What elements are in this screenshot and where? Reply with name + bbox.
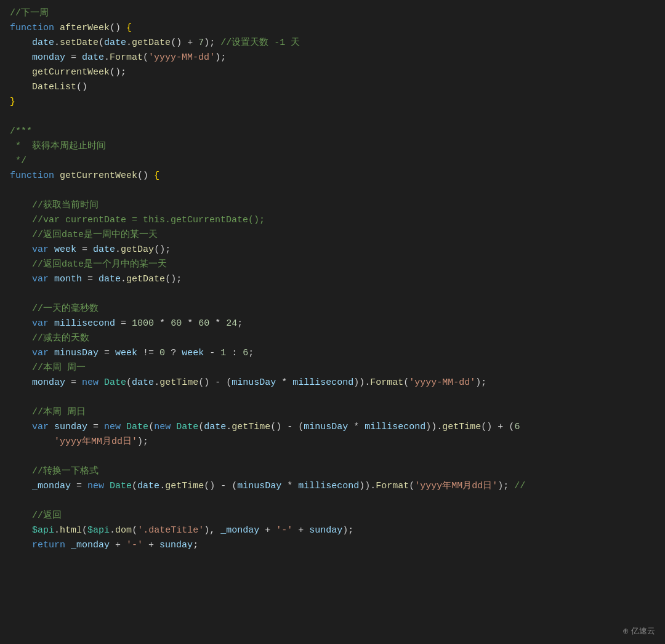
line-20 bbox=[0, 287, 665, 302]
line-8 bbox=[0, 110, 665, 124]
line-17: var week = date.getDay(); bbox=[0, 243, 665, 257]
line-10: * 获得本周起止时间 bbox=[0, 139, 665, 154]
line-12: function getCurrentWeek() { bbox=[0, 169, 665, 183]
line-32: //转换一下格式 bbox=[0, 464, 665, 479]
code-editor: //下一周 function afterWeek() { date.setDat… bbox=[0, 0, 665, 644]
line-15: //var currentDate = this.getCurrentDate(… bbox=[0, 213, 665, 228]
line-33: _monday = new Date(date.getTime() - (min… bbox=[0, 479, 665, 494]
line-18: //返回date是一个月中的某一天 bbox=[0, 257, 665, 272]
line-34 bbox=[0, 494, 665, 509]
line-11: */ bbox=[0, 154, 665, 169]
line-22: var millisecond = 1000 * 60 * 60 * 24; bbox=[0, 316, 665, 331]
line-30: 'yyyy年MM月dd日'); bbox=[0, 435, 665, 449]
line-21: //一天的毫秒数 bbox=[0, 302, 665, 316]
line-2: function afterWeek() { bbox=[0, 21, 665, 36]
line-1: //下一周 bbox=[0, 6, 665, 21]
line-5: getCurrentWeek(); bbox=[0, 65, 665, 80]
line-9: /*** bbox=[0, 124, 665, 139]
line-7: } bbox=[0, 95, 665, 110]
line-25: //本周 周一 bbox=[0, 361, 665, 376]
line-26: monday = new Date(date.getTime() - (minu… bbox=[0, 376, 665, 390]
line-19: var month = date.getDate(); bbox=[0, 272, 665, 287]
line-29: var sunday = new Date(new Date(date.getT… bbox=[0, 420, 665, 435]
line-28: //本周 周日 bbox=[0, 405, 665, 420]
line-16: //返回date是一周中的某一天 bbox=[0, 228, 665, 243]
line-35: //返回 bbox=[0, 509, 665, 523]
line-13 bbox=[0, 183, 665, 198]
watermark: ⊕ 亿速云 bbox=[623, 625, 655, 638]
watermark-icon: ⊕ bbox=[623, 626, 629, 635]
line-14: //获取当前时间 bbox=[0, 198, 665, 213]
line-4: monday = date.Format('yyyy-MM-dd'); bbox=[0, 50, 665, 65]
line-37: return _monday + '-' + sunday; bbox=[0, 538, 665, 553]
line-24: var minusDay = week != 0 ? week - 1 : 6; bbox=[0, 346, 665, 361]
line-31 bbox=[0, 449, 665, 464]
watermark-text: 亿速云 bbox=[631, 626, 655, 635]
line-23: //减去的天数 bbox=[0, 331, 665, 346]
line-6: DateList() bbox=[0, 80, 665, 95]
line-3: date.setDate(date.getDate() + 7); //设置天数… bbox=[0, 36, 665, 50]
line-36: $api.html($api.dom('.dateTitle'), _monda… bbox=[0, 523, 665, 538]
line-27 bbox=[0, 390, 665, 405]
